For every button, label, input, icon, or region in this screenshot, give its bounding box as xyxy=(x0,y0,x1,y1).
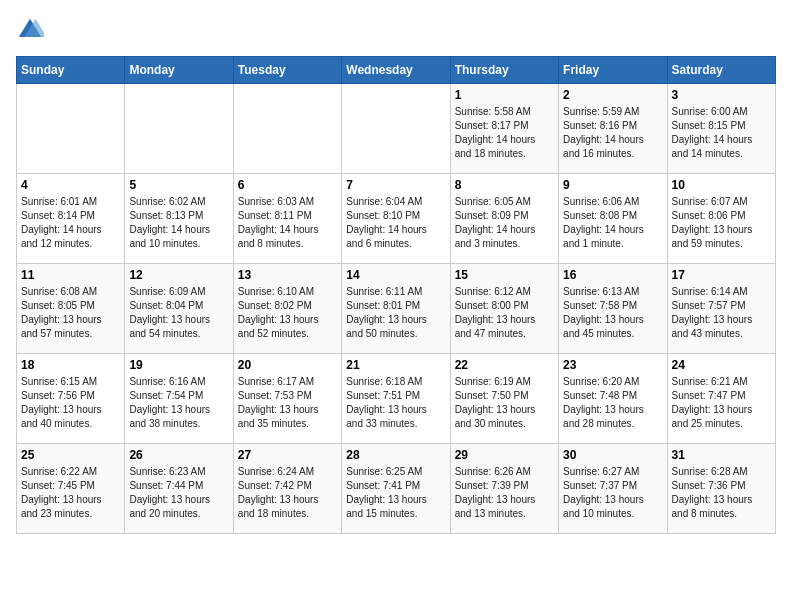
cell-content: Sunrise: 6:02 AM Sunset: 8:13 PM Dayligh… xyxy=(129,195,228,251)
calendar-cell: 1Sunrise: 5:58 AM Sunset: 8:17 PM Daylig… xyxy=(450,84,558,174)
cell-content: Sunrise: 6:08 AM Sunset: 8:05 PM Dayligh… xyxy=(21,285,120,341)
calendar-cell: 7Sunrise: 6:04 AM Sunset: 8:10 PM Daylig… xyxy=(342,174,450,264)
day-number: 28 xyxy=(346,448,445,462)
cell-content: Sunrise: 6:19 AM Sunset: 7:50 PM Dayligh… xyxy=(455,375,554,431)
page-header xyxy=(16,16,776,44)
calendar-cell: 17Sunrise: 6:14 AM Sunset: 7:57 PM Dayli… xyxy=(667,264,775,354)
cell-content: Sunrise: 5:58 AM Sunset: 8:17 PM Dayligh… xyxy=(455,105,554,161)
cell-content: Sunrise: 6:09 AM Sunset: 8:04 PM Dayligh… xyxy=(129,285,228,341)
calendar-week-row: 18Sunrise: 6:15 AM Sunset: 7:56 PM Dayli… xyxy=(17,354,776,444)
calendar-cell: 27Sunrise: 6:24 AM Sunset: 7:42 PM Dayli… xyxy=(233,444,341,534)
day-number: 11 xyxy=(21,268,120,282)
calendar-cell: 31Sunrise: 6:28 AM Sunset: 7:36 PM Dayli… xyxy=(667,444,775,534)
calendar-cell: 9Sunrise: 6:06 AM Sunset: 8:08 PM Daylig… xyxy=(559,174,667,264)
day-number: 12 xyxy=(129,268,228,282)
cell-content: Sunrise: 6:06 AM Sunset: 8:08 PM Dayligh… xyxy=(563,195,662,251)
day-number: 29 xyxy=(455,448,554,462)
day-number: 14 xyxy=(346,268,445,282)
calendar-cell: 16Sunrise: 6:13 AM Sunset: 7:58 PM Dayli… xyxy=(559,264,667,354)
day-number: 10 xyxy=(672,178,771,192)
day-number: 20 xyxy=(238,358,337,372)
day-number: 3 xyxy=(672,88,771,102)
day-number: 2 xyxy=(563,88,662,102)
cell-content: Sunrise: 6:05 AM Sunset: 8:09 PM Dayligh… xyxy=(455,195,554,251)
logo xyxy=(16,16,48,44)
day-header-wednesday: Wednesday xyxy=(342,57,450,84)
calendar-cell: 11Sunrise: 6:08 AM Sunset: 8:05 PM Dayli… xyxy=(17,264,125,354)
calendar-cell: 29Sunrise: 6:26 AM Sunset: 7:39 PM Dayli… xyxy=(450,444,558,534)
day-number: 27 xyxy=(238,448,337,462)
cell-content: Sunrise: 6:24 AM Sunset: 7:42 PM Dayligh… xyxy=(238,465,337,521)
day-number: 6 xyxy=(238,178,337,192)
calendar-cell: 4Sunrise: 6:01 AM Sunset: 8:14 PM Daylig… xyxy=(17,174,125,264)
cell-content: Sunrise: 6:12 AM Sunset: 8:00 PM Dayligh… xyxy=(455,285,554,341)
day-header-sunday: Sunday xyxy=(17,57,125,84)
cell-content: Sunrise: 6:03 AM Sunset: 8:11 PM Dayligh… xyxy=(238,195,337,251)
day-number: 9 xyxy=(563,178,662,192)
day-number: 13 xyxy=(238,268,337,282)
calendar-week-row: 4Sunrise: 6:01 AM Sunset: 8:14 PM Daylig… xyxy=(17,174,776,264)
calendar-table: SundayMondayTuesdayWednesdayThursdayFrid… xyxy=(16,56,776,534)
calendar-header-row: SundayMondayTuesdayWednesdayThursdayFrid… xyxy=(17,57,776,84)
calendar-cell: 12Sunrise: 6:09 AM Sunset: 8:04 PM Dayli… xyxy=(125,264,233,354)
day-number: 22 xyxy=(455,358,554,372)
calendar-cell xyxy=(342,84,450,174)
calendar-cell: 25Sunrise: 6:22 AM Sunset: 7:45 PM Dayli… xyxy=(17,444,125,534)
cell-content: Sunrise: 6:14 AM Sunset: 7:57 PM Dayligh… xyxy=(672,285,771,341)
calendar-cell: 13Sunrise: 6:10 AM Sunset: 8:02 PM Dayli… xyxy=(233,264,341,354)
calendar-cell: 10Sunrise: 6:07 AM Sunset: 8:06 PM Dayli… xyxy=(667,174,775,264)
day-number: 16 xyxy=(563,268,662,282)
cell-content: Sunrise: 6:27 AM Sunset: 7:37 PM Dayligh… xyxy=(563,465,662,521)
day-header-saturday: Saturday xyxy=(667,57,775,84)
day-number: 1 xyxy=(455,88,554,102)
calendar-week-row: 1Sunrise: 5:58 AM Sunset: 8:17 PM Daylig… xyxy=(17,84,776,174)
calendar-cell: 21Sunrise: 6:18 AM Sunset: 7:51 PM Dayli… xyxy=(342,354,450,444)
day-number: 26 xyxy=(129,448,228,462)
cell-content: Sunrise: 6:28 AM Sunset: 7:36 PM Dayligh… xyxy=(672,465,771,521)
calendar-cell: 26Sunrise: 6:23 AM Sunset: 7:44 PM Dayli… xyxy=(125,444,233,534)
logo-icon xyxy=(16,16,44,44)
calendar-cell: 8Sunrise: 6:05 AM Sunset: 8:09 PM Daylig… xyxy=(450,174,558,264)
calendar-cell xyxy=(17,84,125,174)
cell-content: Sunrise: 6:20 AM Sunset: 7:48 PM Dayligh… xyxy=(563,375,662,431)
cell-content: Sunrise: 6:01 AM Sunset: 8:14 PM Dayligh… xyxy=(21,195,120,251)
day-number: 21 xyxy=(346,358,445,372)
cell-content: Sunrise: 6:17 AM Sunset: 7:53 PM Dayligh… xyxy=(238,375,337,431)
calendar-cell xyxy=(125,84,233,174)
calendar-week-row: 25Sunrise: 6:22 AM Sunset: 7:45 PM Dayli… xyxy=(17,444,776,534)
day-header-tuesday: Tuesday xyxy=(233,57,341,84)
calendar-cell: 3Sunrise: 6:00 AM Sunset: 8:15 PM Daylig… xyxy=(667,84,775,174)
cell-content: Sunrise: 6:11 AM Sunset: 8:01 PM Dayligh… xyxy=(346,285,445,341)
calendar-cell: 15Sunrise: 6:12 AM Sunset: 8:00 PM Dayli… xyxy=(450,264,558,354)
cell-content: Sunrise: 6:00 AM Sunset: 8:15 PM Dayligh… xyxy=(672,105,771,161)
calendar-cell: 20Sunrise: 6:17 AM Sunset: 7:53 PM Dayli… xyxy=(233,354,341,444)
calendar-cell: 23Sunrise: 6:20 AM Sunset: 7:48 PM Dayli… xyxy=(559,354,667,444)
cell-content: Sunrise: 6:23 AM Sunset: 7:44 PM Dayligh… xyxy=(129,465,228,521)
calendar-cell: 6Sunrise: 6:03 AM Sunset: 8:11 PM Daylig… xyxy=(233,174,341,264)
calendar-cell: 19Sunrise: 6:16 AM Sunset: 7:54 PM Dayli… xyxy=(125,354,233,444)
cell-content: Sunrise: 6:16 AM Sunset: 7:54 PM Dayligh… xyxy=(129,375,228,431)
calendar-cell: 14Sunrise: 6:11 AM Sunset: 8:01 PM Dayli… xyxy=(342,264,450,354)
day-number: 31 xyxy=(672,448,771,462)
cell-content: Sunrise: 6:21 AM Sunset: 7:47 PM Dayligh… xyxy=(672,375,771,431)
day-number: 18 xyxy=(21,358,120,372)
cell-content: Sunrise: 6:25 AM Sunset: 7:41 PM Dayligh… xyxy=(346,465,445,521)
day-number: 8 xyxy=(455,178,554,192)
day-number: 4 xyxy=(21,178,120,192)
calendar-cell: 24Sunrise: 6:21 AM Sunset: 7:47 PM Dayli… xyxy=(667,354,775,444)
cell-content: Sunrise: 6:13 AM Sunset: 7:58 PM Dayligh… xyxy=(563,285,662,341)
cell-content: Sunrise: 6:07 AM Sunset: 8:06 PM Dayligh… xyxy=(672,195,771,251)
cell-content: Sunrise: 6:15 AM Sunset: 7:56 PM Dayligh… xyxy=(21,375,120,431)
calendar-week-row: 11Sunrise: 6:08 AM Sunset: 8:05 PM Dayli… xyxy=(17,264,776,354)
day-number: 23 xyxy=(563,358,662,372)
cell-content: Sunrise: 5:59 AM Sunset: 8:16 PM Dayligh… xyxy=(563,105,662,161)
day-number: 17 xyxy=(672,268,771,282)
day-number: 19 xyxy=(129,358,228,372)
day-number: 25 xyxy=(21,448,120,462)
day-header-friday: Friday xyxy=(559,57,667,84)
calendar-cell: 30Sunrise: 6:27 AM Sunset: 7:37 PM Dayli… xyxy=(559,444,667,534)
calendar-cell: 28Sunrise: 6:25 AM Sunset: 7:41 PM Dayli… xyxy=(342,444,450,534)
calendar-cell: 22Sunrise: 6:19 AM Sunset: 7:50 PM Dayli… xyxy=(450,354,558,444)
cell-content: Sunrise: 6:10 AM Sunset: 8:02 PM Dayligh… xyxy=(238,285,337,341)
calendar-cell: 18Sunrise: 6:15 AM Sunset: 7:56 PM Dayli… xyxy=(17,354,125,444)
